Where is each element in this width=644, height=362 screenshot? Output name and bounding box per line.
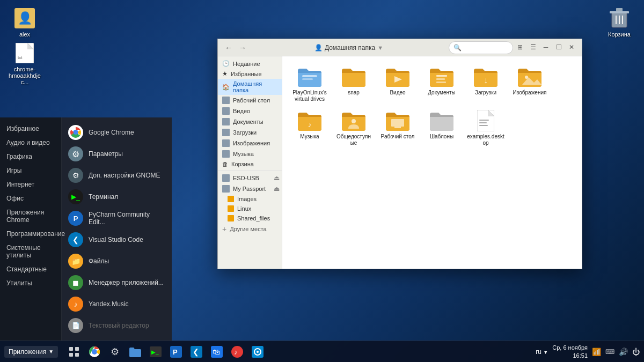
svg-text:↓: ↓: [484, 76, 488, 85]
category-graphics[interactable]: Графика: [0, 150, 61, 164]
svg-rect-34: [69, 347, 73, 351]
category-dev[interactable]: Программирование: [0, 227, 61, 241]
app-google-chrome[interactable]: Google Chrome: [62, 122, 172, 143]
taskbar-terminal-button[interactable]: ▶_: [146, 342, 165, 361]
sidebar-item-images-sub[interactable]: Images: [218, 194, 282, 204]
taskbar-music-button[interactable]: ♪: [228, 342, 247, 361]
other-places-button[interactable]: + Другие места: [218, 223, 282, 235]
file-item-downloads[interactable]: ↓ Загрузки: [465, 63, 507, 105]
svg-rect-36: [69, 353, 73, 357]
forward-button[interactable]: →: [236, 41, 249, 54]
category-office[interactable]: Офис: [0, 191, 61, 205]
category-internet[interactable]: Интернет: [0, 178, 61, 191]
app-terminal[interactable]: ▶_ Терминал: [62, 186, 172, 208]
sidebar-item-images[interactable]: Изображения: [218, 138, 282, 149]
app-menu-apps-list: Google Chrome ⚙ Параметры ⚙ Доп. настрой…: [62, 117, 172, 341]
file-item-playonlinux[interactable]: PlayOnLinux's virtual drives: [289, 63, 331, 105]
taskbar-files-button[interactable]: [126, 342, 145, 361]
category-audio-video[interactable]: Аудио и видео: [0, 136, 61, 150]
file-item-video[interactable]: Видео: [377, 63, 419, 105]
app-settings[interactable]: ⚙ Параметры: [62, 143, 172, 165]
file-label: snap: [348, 90, 360, 96]
file-item-music[interactable]: ♪ Музыка: [289, 107, 331, 149]
power-icon[interactable]: ⏻: [632, 348, 640, 356]
sidebar-item-home[interactable]: 🏠 Домашняя папка: [218, 79, 282, 95]
sidebar-item-esd-usb[interactable]: ESD-USB ⏏: [218, 173, 282, 183]
taskbar: Приложения ▼: [0, 341, 644, 362]
language-indicator[interactable]: ru ▼: [536, 348, 548, 356]
file-item-templates[interactable]: Шаблоны: [421, 107, 463, 149]
maximize-button[interactable]: ☐: [553, 41, 565, 53]
app-name: Параметры: [89, 150, 123, 158]
taskbar-right: ru ▼ Ср, 6 ноября 16:51 📶 ⌨ 🔊 ⏻: [531, 344, 644, 359]
app-name: Менеджер приложений...: [89, 279, 164, 286]
sidebar-item-video[interactable]: Видео: [218, 106, 282, 116]
sidebar-item-my-passport[interactable]: My Passport ⏏: [218, 183, 282, 194]
svg-rect-8: [616, 8, 623, 11]
view-toggle-button[interactable]: ⊞: [514, 41, 526, 53]
minimize-button[interactable]: ─: [540, 41, 552, 53]
svg-rect-15: [436, 75, 447, 77]
sidebar-item-desktop[interactable]: Рабочий стол: [218, 95, 282, 106]
taskbar-pycharm-button[interactable]: P: [166, 342, 186, 361]
desktop-icon-trash[interactable]: Корзина: [600, 5, 639, 40]
sidebar-item-shared[interactable]: Shared_files: [218, 213, 282, 223]
terminal-icon: ▶_: [68, 189, 83, 204]
close-button[interactable]: ✕: [566, 41, 577, 53]
svg-text:txt: txt: [18, 55, 23, 60]
category-standard[interactable]: Стандартные: [0, 262, 61, 276]
taskbar-vscode-button[interactable]: ❮: [187, 342, 206, 361]
category-games[interactable]: Игры: [0, 164, 61, 178]
app-files[interactable]: 📁 Файлы: [62, 250, 172, 272]
app-pycharm[interactable]: P PyCharm Community Edit...: [62, 208, 172, 229]
clock: Ср, 6 ноября 16:51: [552, 344, 588, 359]
folder-icon: [342, 109, 365, 132]
svg-text:👤: 👤: [18, 11, 33, 25]
back-button[interactable]: ←: [222, 41, 235, 54]
file-item-examples[interactable]: examples.desktop: [465, 107, 507, 149]
taskbar-chrome-button[interactable]: [85, 342, 104, 361]
file-label: Общедоступные: [335, 134, 372, 146]
pycharm-icon: P: [68, 211, 83, 226]
taskbar-settings-button[interactable]: ⚙: [105, 342, 125, 361]
sidebar-item-trash[interactable]: 🗑 Корзина: [218, 159, 282, 169]
taskbar-disk-button[interactable]: [248, 342, 267, 361]
applications-menu-button[interactable]: Приложения ▼: [4, 346, 58, 358]
search-bar[interactable]: 🔍: [449, 41, 513, 54]
eject-esd-icon[interactable]: ⏏: [274, 174, 280, 182]
sidebar-item-linux[interactable]: Linux: [218, 204, 282, 213]
sidebar-item-downloads[interactable]: Загрузки: [218, 127, 282, 138]
sidebar-item-starred[interactable]: ★ Избранные: [218, 69, 282, 79]
app-name: Терминал: [89, 193, 118, 201]
file-manager-body: 🕒 Недавние ★ Избранные 🏠 Домашняя папка …: [218, 56, 582, 269]
app-software-manager[interactable]: ◼ Менеджер приложений...: [62, 272, 172, 293]
desktop-icon-label: chrome-hmoaakhdjec...: [8, 66, 42, 85]
category-chrome-apps[interactable]: Приложения Chrome: [0, 205, 61, 227]
taskbar-apps-grid-button[interactable]: [64, 342, 84, 361]
sidebar-item-recent[interactable]: 🕒 Недавние: [218, 58, 282, 69]
file-item-images[interactable]: Изображения: [509, 63, 551, 105]
category-favorites[interactable]: Избранное: [0, 122, 61, 136]
desktop-icon-chrome-file[interactable]: txt chrome-hmoaakhdjec...: [5, 40, 44, 87]
desktop-icon-alex[interactable]: 👤 alex: [5, 5, 44, 40]
eject-passport-icon[interactable]: ⏏: [274, 185, 280, 193]
file-item-docs[interactable]: Документы: [421, 63, 463, 105]
taskbar-store-button[interactable]: 🛍: [207, 342, 226, 361]
volume-icon[interactable]: 🔊: [619, 348, 628, 356]
clock-time: 16:51: [552, 352, 588, 359]
file-item-desktop[interactable]: Рабочий стол: [377, 107, 419, 149]
sidebar-item-music[interactable]: Музыка: [218, 149, 282, 159]
app-yandex-music[interactable]: ♪ Yandex.Music: [62, 293, 172, 315]
app-vscode[interactable]: ❮ Visual Studio Code: [62, 229, 172, 250]
category-utils[interactable]: Утилиты: [0, 276, 61, 290]
file-item-snap[interactable]: snap: [333, 63, 375, 105]
file-icon: txt: [14, 42, 35, 64]
menu-button[interactable]: ☰: [527, 41, 539, 53]
app-gnome-tweaks[interactable]: ⚙ Доп. настройки GNOME: [62, 165, 172, 186]
file-item-public[interactable]: Общедоступные: [333, 107, 375, 149]
category-system[interactable]: Системные утилиты: [0, 241, 61, 262]
sidebar-item-docs[interactable]: Документы: [218, 116, 282, 127]
desktop-icon-label: Корзина: [608, 31, 631, 38]
vscode-icon: ❮: [68, 232, 83, 247]
app-name: Yandex.Music: [89, 300, 128, 308]
